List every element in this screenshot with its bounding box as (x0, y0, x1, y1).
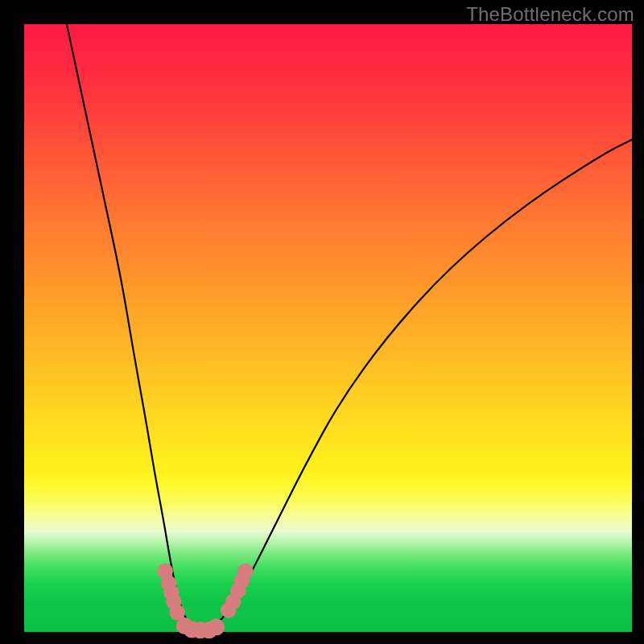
marker-dot (208, 618, 225, 635)
watermark-text: TheBottleneck.com (466, 3, 634, 26)
chart-frame: TheBottleneck.com (0, 0, 644, 644)
bottleneck-curve (67, 24, 632, 629)
plot-area (24, 24, 632, 632)
bottleneck-markers (157, 564, 253, 639)
marker-dot (237, 564, 254, 580)
curve-svg (24, 24, 632, 632)
